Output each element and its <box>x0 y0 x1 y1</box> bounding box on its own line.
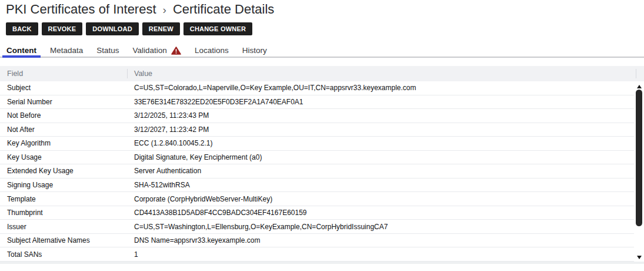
warning-triangle-icon <box>171 47 181 57</box>
breadcrumb: PKI Certificates of Interest › Certifica… <box>6 2 644 17</box>
tab-history[interactable]: History <box>242 46 268 57</box>
table-row: Subject C=US,ST=Colorado,L=Naperville,O=… <box>0 81 634 95</box>
table-row: Issuer C=US,ST=Washington,L=Ellensburg,O… <box>0 220 634 234</box>
vertical-scrollbar[interactable] <box>635 81 643 262</box>
value-cell: Digital Signature, Key Encipherment (a0) <box>127 153 634 161</box>
field-cell: Extended Key Usage <box>0 167 127 175</box>
value-cell: CD4413A38B1D5AD8F4CC9BADC304EF4167E60159 <box>127 209 634 217</box>
tab-label: Status <box>96 46 119 55</box>
value-cell: Server Authentication <box>127 167 634 175</box>
action-toolbar: BACKREVOKEDOWNLOADRENEWCHANGE OWNER <box>6 22 644 35</box>
scrollbar-down-arrow-icon[interactable] <box>637 256 642 259</box>
field-cell: Thumbprint <box>0 209 127 217</box>
value-cell: Corporate (CorpHybridWebServer-MultiKey) <box>127 195 634 203</box>
value-cell: 3/12/2027, 11:23:42 PM <box>127 125 634 134</box>
value-cell: C=US,ST=Colorado,L=Naperville,O=Key Exam… <box>127 84 634 92</box>
table-row: Subject Alternative Names DNS Name=appsr… <box>0 234 634 248</box>
field-cell: Signing Usage <box>0 181 127 189</box>
tab-label: Locations <box>195 46 229 55</box>
column-header-field: Field <box>0 69 127 78</box>
breadcrumb-parent[interactable]: PKI Certificates of Interest <box>6 2 156 17</box>
change-owner-button[interactable]: CHANGE OWNER <box>183 22 252 35</box>
table-row: Thumbprint CD4413A38B1D5AD8F4CC9BADC304E… <box>0 206 634 220</box>
table-row: Total SANs 1 <box>0 247 634 262</box>
table-header-row: Field Value <box>0 66 644 81</box>
table-body: Subject C=US,ST=Colorado,L=Naperville,O=… <box>0 81 644 262</box>
renew-button[interactable]: RENEW <box>142 22 180 35</box>
field-cell: Issuer <box>0 223 127 231</box>
value-cell: DNS Name=appsrvr33.keyexample.com <box>127 236 634 244</box>
column-header-value: Value <box>127 69 636 78</box>
breadcrumb-chevron-icon: › <box>163 2 166 16</box>
value-cell: 1 <box>127 250 634 259</box>
field-cell: Not After <box>0 125 127 134</box>
table-row: Not Before 3/12/2025, 11:23:43 PM <box>0 109 634 123</box>
scrollbar-up-arrow-icon[interactable] <box>637 85 642 88</box>
tab-content[interactable]: Content <box>6 46 37 57</box>
field-cell: Subject <box>0 84 127 92</box>
field-cell: Key Usage <box>0 153 127 161</box>
value-cell: 33E76E314E78322ED20E5F0D3EF2A1A740EAF0A1 <box>127 98 634 106</box>
tab-label: History <box>242 46 267 55</box>
field-cell: Total SANs <box>0 250 127 259</box>
table-bottom-strip <box>0 262 644 264</box>
value-cell: ECC (1.2.840.10045.2.1) <box>127 139 634 147</box>
field-cell: Key Algorithm <box>0 139 127 147</box>
field-cell: Not Before <box>0 111 127 120</box>
table-header-end-divider <box>636 69 644 78</box>
tab-metadata[interactable]: Metadata <box>49 46 84 57</box>
back-button[interactable]: BACK <box>6 22 38 35</box>
table-row: Not After 3/12/2027, 11:23:42 PM <box>0 123 634 137</box>
value-cell: C=US,ST=Washington,L=Ellensburg,O=KeyExa… <box>127 223 634 231</box>
revoke-button[interactable]: REVOKE <box>42 22 83 35</box>
tab-status[interactable]: Status <box>96 46 119 57</box>
page-title: Certificate Details <box>173 2 274 17</box>
tab-label: Validation <box>133 46 167 55</box>
table-row: Key Algorithm ECC (1.2.840.10045.2.1) <box>0 137 634 151</box>
scrollbar-thumb[interactable] <box>636 90 642 226</box>
field-cell: Serial Number <box>0 98 127 106</box>
tab-label: Content <box>6 46 36 55</box>
field-cell: Subject Alternative Names <box>0 236 127 244</box>
tab-label: Metadata <box>50 46 83 55</box>
tab-bar: Content Metadata Status Va <box>0 46 644 58</box>
tab-locations[interactable]: Locations <box>194 46 229 57</box>
table-row: Extended Key Usage Server Authentication <box>0 164 634 179</box>
table-row: Signing Usage SHA-512withRSA <box>0 179 634 193</box>
field-cell: Template <box>0 195 127 203</box>
tab-validation[interactable]: Validation <box>132 46 182 57</box>
table-row: Serial Number 33E76E314E78322ED20E5F0D3E… <box>0 95 634 110</box>
table-row: Key Usage Digital Signature, Key Enciphe… <box>0 151 634 165</box>
table-row: Template Corporate (CorpHybridWebServer-… <box>0 192 634 206</box>
value-cell: SHA-512withRSA <box>127 181 634 189</box>
value-cell: 3/12/2025, 11:23:43 PM <box>127 111 634 120</box>
certificate-details-table: Field Value Subject C=US,ST=Colorado,L=N… <box>0 66 644 264</box>
download-button[interactable]: DOWNLOAD <box>86 22 139 35</box>
